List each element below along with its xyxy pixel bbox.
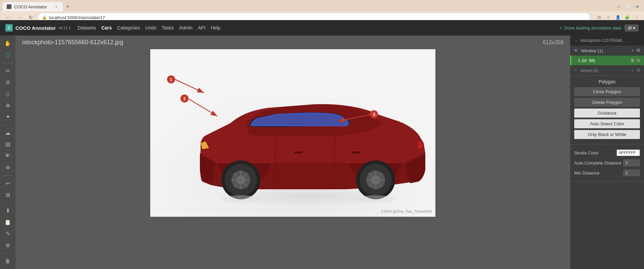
divider-4 bbox=[3, 203, 13, 203]
nav-right: ✓ Done loading annotation data df ▾ bbox=[559, 24, 639, 31]
close-window-button[interactable]: ✕ bbox=[633, 3, 641, 11]
min-distance-label: Min Distance bbox=[574, 171, 599, 176]
brand: C COCO Annotator v0.11.1 bbox=[5, 24, 71, 31]
window-settings-btn[interactable]: ⚙ bbox=[636, 48, 641, 54]
svg-point-24 bbox=[356, 195, 395, 203]
download-tool[interactable]: ⬇ bbox=[2, 206, 14, 216]
hand-tool[interactable]: ✋ bbox=[2, 38, 14, 48]
right-sidebar: → istockphoto-115765566... 👁 Window (1) … bbox=[570, 36, 644, 269]
eye-tool[interactable]: 👁 bbox=[2, 151, 14, 161]
fields-panel: Stroke Color #FFFFFF Auto Complete Dista… bbox=[570, 144, 644, 182]
left-sidebar: ✋ ⬡ ✏ ⊘ ◇ ⊕ ✦ ☁ ▤ 👁 ⊛ ↩ ⊞ ⬇ 📋 ✎ ⚙ 🗑 bbox=[0, 36, 15, 269]
annotation-badge-3: 3 bbox=[370, 110, 378, 118]
url-text: localhost:5000/#/annotate/17 bbox=[49, 15, 105, 20]
wheel-category-label: wheel (0) bbox=[580, 68, 628, 73]
layers-tool[interactable]: ▤ bbox=[2, 139, 14, 149]
pen-tool[interactable]: ⊘ bbox=[2, 77, 14, 87]
settings-tool[interactable]: ⚙ bbox=[2, 240, 14, 250]
point-tool[interactable]: ⊕ bbox=[2, 100, 14, 110]
canvas-area: istockphoto-1157655660-612x612.jpg 612x3… bbox=[15, 36, 570, 269]
stroke-color-label: Stroke Color bbox=[574, 150, 598, 155]
delete-polygon-btn[interactable]: Delete Polygon bbox=[574, 98, 640, 107]
guidance-btn[interactable]: Guidance bbox=[574, 109, 640, 118]
window-item-settings-btn[interactable]: ⚙ bbox=[636, 58, 641, 63]
nav-links: Datasets Cars Categories Undo Tasks Admi… bbox=[77, 25, 220, 30]
window-add-btn[interactable]: ＋ bbox=[630, 48, 635, 54]
window-item-label: 1 (id: 98) bbox=[578, 58, 628, 63]
select-tool[interactable]: ⬡ bbox=[2, 50, 14, 60]
annotation-filename-text: istockphoto-115765566... bbox=[580, 38, 626, 43]
auto-select-color-btn[interactable]: Auto Select Color bbox=[574, 119, 640, 128]
min-distance-field: Min Distance bbox=[574, 168, 640, 178]
maximize-button[interactable]: ⬜ bbox=[624, 3, 632, 11]
divider-5 bbox=[3, 253, 13, 254]
window-item-delete-btn[interactable]: 🗑 bbox=[630, 58, 635, 63]
wheel-settings-btn[interactable]: ⚙ bbox=[636, 67, 641, 73]
canvas-filename: istockphoto-1157655660-612x612.jpg bbox=[22, 39, 123, 46]
status-text: ✓ Done loading annotation data bbox=[559, 25, 621, 30]
main-content: ✋ ⬡ ✏ ⊘ ◇ ⊕ ✦ ☁ ▤ 👁 ⊛ ↩ ⊞ ⬇ 📋 ✎ ⚙ 🗑 bbox=[0, 36, 644, 269]
car-background bbox=[150, 49, 435, 217]
nav-tasks[interactable]: Tasks bbox=[162, 25, 174, 30]
wheel-add-btn[interactable]: ＋ bbox=[630, 67, 635, 73]
history-tool[interactable]: ↩ bbox=[2, 178, 14, 188]
auto-complete-distance-field: Auto Complete Distance bbox=[574, 158, 640, 168]
nav-help[interactable]: Help bbox=[211, 25, 221, 30]
upload-tool[interactable]: ☁ bbox=[2, 128, 14, 138]
annotation-section-wheel: 👁 wheel (0) ＋ ⚙ bbox=[570, 65, 644, 76]
magic-tool[interactable]: ✦ bbox=[2, 112, 14, 122]
annotation-filename: → istockphoto-115765566... bbox=[570, 36, 644, 46]
merge-tool[interactable]: ⊞ bbox=[2, 190, 14, 200]
annotation-section-window: 👁 Window (1) ＋ ⚙ 1 (id: 98) 🗑 ⚙ bbox=[570, 46, 644, 65]
canvas-dimensions: 612x358 bbox=[543, 40, 564, 46]
canvas-image[interactable]: 1 2 bbox=[150, 49, 435, 217]
nav-datasets[interactable]: Datasets bbox=[77, 25, 96, 30]
divider-2 bbox=[3, 125, 13, 125]
car-svg bbox=[150, 49, 435, 217]
eraser-tool[interactable]: ◇ bbox=[2, 89, 14, 99]
window-controls: ─ ⬜ ✕ bbox=[614, 3, 641, 11]
auto-complete-distance-input[interactable] bbox=[623, 159, 640, 166]
brand-name: COCO Annotator bbox=[15, 25, 56, 31]
eye-icon-window[interactable]: 👁 bbox=[574, 48, 578, 53]
only-black-white-btn[interactable]: Only Black or White bbox=[574, 130, 640, 139]
nav-admin[interactable]: Admin bbox=[179, 25, 193, 30]
svg-rect-26 bbox=[352, 151, 360, 153]
svg-point-23 bbox=[221, 195, 260, 203]
nav-cars[interactable]: Cars bbox=[101, 25, 112, 30]
canvas-container[interactable]: 1 2 bbox=[15, 49, 570, 269]
top-nav: C COCO Annotator v0.11.1 Datasets Cars C… bbox=[0, 20, 644, 36]
user-badge[interactable]: df ▾ bbox=[625, 24, 639, 31]
window-row-actions: ＋ ⚙ bbox=[630, 48, 641, 54]
wheel-row-actions: ＋ ⚙ bbox=[630, 67, 641, 73]
version-label: v0.11.1 bbox=[58, 26, 71, 30]
close-polygon-btn[interactable]: Close Polygon bbox=[574, 87, 640, 96]
browser-tab[interactable]: COCO Annotator × bbox=[3, 2, 63, 11]
canvas-header: istockphoto-1157655660-612x612.jpg 612x3… bbox=[15, 36, 570, 49]
tab-close-button[interactable]: × bbox=[54, 4, 59, 9]
tab-favicon bbox=[7, 4, 11, 9]
edit-tool[interactable]: ✎ bbox=[2, 229, 14, 239]
tab-title: COCO Annotator bbox=[14, 4, 47, 9]
svg-rect-25 bbox=[294, 151, 303, 153]
min-distance-input[interactable] bbox=[623, 170, 640, 176]
delete-tool[interactable]: 🗑 bbox=[2, 256, 14, 266]
window-category-row: 👁 Window (1) ＋ ⚙ bbox=[570, 46, 644, 56]
eye-icon-wheel[interactable]: 👁 bbox=[574, 68, 578, 73]
annotation-badge-2: 2 bbox=[180, 94, 189, 103]
brush-tool[interactable]: ✏ bbox=[2, 66, 14, 76]
divider-3 bbox=[3, 175, 13, 176]
filter-tool[interactable]: ⊛ bbox=[2, 162, 14, 173]
nav-categories[interactable]: Categories bbox=[117, 25, 140, 30]
window-item-row[interactable]: 1 (id: 98) 🗑 ⚙ bbox=[570, 56, 644, 65]
wheel-category-row: 👁 wheel (0) ＋ ⚙ bbox=[570, 65, 644, 75]
nav-api[interactable]: API bbox=[198, 25, 206, 30]
minimize-button[interactable]: ─ bbox=[614, 3, 623, 11]
stroke-color-field: Stroke Color #FFFFFF bbox=[574, 148, 640, 158]
browser-chrome: COCO Annotator × + ─ ⬜ ✕ ← → ↻ 🔒 localho… bbox=[0, 0, 644, 20]
app: C COCO Annotator v0.11.1 Datasets Cars C… bbox=[0, 20, 644, 269]
stroke-color-input[interactable]: #FFFFFF bbox=[616, 149, 640, 156]
new-tab-button[interactable]: + bbox=[63, 2, 72, 11]
import-tool[interactable]: 📋 bbox=[2, 217, 14, 227]
nav-undo[interactable]: Undo bbox=[145, 25, 156, 30]
